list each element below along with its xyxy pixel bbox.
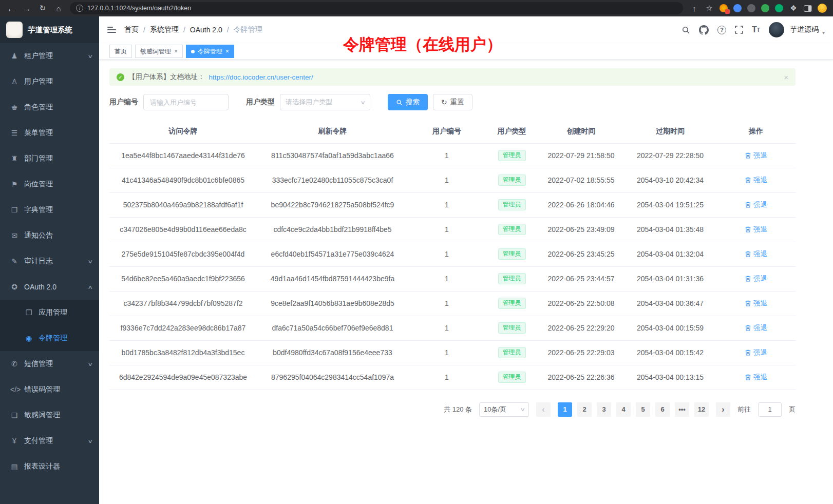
refresh-token-cell: e6cfd40eb1f54571a31e775e039c4624: [257, 242, 408, 266]
action-cell: 强退: [716, 242, 796, 266]
page-size-select[interactable]: 10条/页 ∨: [479, 402, 529, 417]
sidebar-item-user-management[interactable]: ♙用户管理: [0, 69, 99, 94]
address-bar[interactable]: i 127.0.0.1:1024/system/oauth2/token: [70, 2, 683, 14]
breadcrumb-item[interactable]: 系统管理: [150, 25, 179, 34]
tab-close-icon[interactable]: ×: [174, 48, 178, 54]
extensions-puzzle-icon[interactable]: ❖: [789, 4, 798, 13]
sidebar-item-audit-log[interactable]: ✎审计日志∨: [0, 248, 99, 274]
sidebar-item-oauth2-token[interactable]: ◉令牌管理: [0, 325, 99, 351]
page-button-1[interactable]: 1: [558, 402, 572, 417]
user-id-input[interactable]: [143, 94, 229, 110]
action-cell: 强退: [716, 316, 796, 340]
sidebar-item-label: 字典管理: [24, 205, 53, 215]
table-row: c347026e805e4d99b0d116eae66eda8ccdfc4ce9…: [109, 217, 796, 242]
force-logout-button[interactable]: 强退: [745, 200, 767, 209]
force-logout-button[interactable]: 强退: [745, 348, 767, 357]
page-button-2[interactable]: 2: [577, 402, 592, 417]
browser-profile-avatar[interactable]: [818, 4, 827, 13]
force-logout-button[interactable]: 强退: [745, 176, 767, 185]
expire-time-cell: 2054-03-04 00:13:15: [624, 365, 716, 390]
force-logout-button[interactable]: 强退: [745, 373, 767, 382]
alert-doc-link[interactable]: https://doc.iocoder.cn/user-center/: [209, 73, 313, 81]
next-page-button[interactable]: ›: [716, 402, 730, 417]
tab-close-icon[interactable]: ×: [225, 48, 229, 54]
search-icon[interactable]: [681, 26, 690, 34]
expire-time-cell: 2054-03-04 00:15:59: [624, 316, 716, 340]
tab-sensitive-word[interactable]: 敏感词管理×: [135, 45, 183, 58]
force-logout-button[interactable]: 强退: [745, 274, 767, 283]
forward-icon[interactable]: →: [22, 4, 31, 13]
user-type-cell: 管理员: [485, 143, 538, 168]
chevron-down-icon[interactable]: ▾: [822, 30, 825, 37]
extension-icon[interactable]: [733, 4, 742, 12]
sidebar-item-dept-management[interactable]: ♜部门管理: [0, 146, 99, 171]
force-logout-button[interactable]: 强退: [745, 225, 767, 234]
sidebar-item-label: 支付管理: [24, 436, 53, 445]
user-type-select[interactable]: 请选择用户类型 ∨: [280, 94, 370, 110]
logo-image: [6, 22, 23, 38]
app-logo[interactable]: 芋道管理系统: [0, 16, 99, 43]
search-button[interactable]: 搜索: [388, 94, 428, 110]
user-id-cell: 1: [408, 143, 485, 168]
username[interactable]: 芋道源码: [790, 25, 819, 34]
force-logout-label: 强退: [753, 249, 767, 259]
fullscreen-icon[interactable]: [735, 26, 743, 34]
sidebar-item-oauth2-application[interactable]: ❒应用管理: [0, 300, 99, 325]
home-icon[interactable]: ⌂: [54, 4, 63, 13]
page-button-4[interactable]: 4: [616, 402, 631, 417]
force-logout-button[interactable]: 强退: [745, 299, 767, 308]
help-icon[interactable]: ?: [717, 26, 726, 34]
access-token-cell: 54d6be82ee5a460a9aedc1f9bf223656: [109, 266, 257, 291]
back-icon[interactable]: ←: [6, 4, 15, 13]
refresh-token-cell: 49d1aa46d1454fbd87591444423be9fa: [257, 266, 408, 291]
force-logout-label: 强退: [753, 299, 767, 308]
breadcrumb-item[interactable]: OAuth 2.0: [190, 26, 222, 34]
sidebar-item-oauth2[interactable]: ✪OAuth 2.0∧: [0, 274, 99, 300]
extension-icon[interactable]: [775, 4, 783, 12]
access-token-cell: 502375b8040a469a9b82188afdf6af1f: [109, 192, 257, 217]
tab-home[interactable]: 首页: [109, 45, 132, 58]
page-button-12[interactable]: 12: [694, 402, 709, 417]
sidebar-item-sensitive-word-management[interactable]: ❏敏感词管理: [0, 402, 99, 428]
breadcrumb-item[interactable]: 首页: [124, 25, 139, 34]
goto-page-input[interactable]: [758, 402, 782, 417]
page-button-3[interactable]: 3: [597, 402, 611, 417]
alert-close-icon[interactable]: ×: [784, 73, 788, 82]
extension-icon[interactable]: [761, 4, 769, 12]
create-time-cell: 2022-06-25 23:49:09: [538, 217, 624, 242]
prev-page-button[interactable]: ‹: [536, 402, 551, 417]
extension-icon[interactable]: [720, 4, 728, 12]
sidebar-item-sms-management[interactable]: ✆短信管理∨: [0, 351, 99, 377]
side-panel-icon[interactable]: [804, 5, 812, 12]
force-logout-button[interactable]: 强退: [745, 151, 767, 160]
sidebar-menu: ♟租户管理∨♙用户管理♚角色管理☰菜单管理♜部门管理⚑岗位管理❐字典管理✉通知公…: [0, 43, 99, 504]
sidebar-item-dict-management[interactable]: ❐字典管理: [0, 197, 99, 223]
sidebar-item-error-code-management[interactable]: </>错误码管理: [0, 377, 99, 402]
table-row: c342377bf8b344799dcbf7bf095287f29ce8ef2a…: [109, 291, 796, 316]
bookmark-star-icon[interactable]: ☆: [705, 4, 714, 13]
top-header: 首页/系统管理/OAuth 2.0/令牌管理 ? TT 芋道源码 ▾: [99, 16, 833, 43]
sidebar-item-notice-management[interactable]: ✉通知公告: [0, 223, 99, 248]
force-logout-button[interactable]: 强退: [745, 249, 767, 259]
sidebar-item-post-management[interactable]: ⚑岗位管理: [0, 171, 99, 197]
menu-management-icon: ☰: [10, 129, 18, 137]
sidebar-item-label: 报表设计器: [24, 462, 60, 471]
sidebar-item-role-management[interactable]: ♚角色管理: [0, 94, 99, 120]
force-logout-button[interactable]: 强退: [745, 323, 767, 333]
tab-token[interactable]: 令牌管理×: [186, 45, 234, 58]
sidebar-item-report-designer[interactable]: ▤报表设计器: [0, 454, 99, 479]
page-button-6[interactable]: 6: [655, 402, 670, 417]
sidebar-collapse-icon[interactable]: [107, 27, 116, 33]
extension-icon[interactable]: [747, 4, 755, 12]
share-icon[interactable]: ↑: [690, 4, 699, 13]
page-button-5[interactable]: 5: [636, 402, 650, 417]
site-info-icon[interactable]: i: [76, 5, 83, 12]
sidebar-item-payment-management[interactable]: ¥支付管理∨: [0, 428, 99, 454]
font-size-icon[interactable]: TT: [752, 25, 760, 34]
user-avatar[interactable]: [769, 22, 784, 37]
reload-icon[interactable]: ↻: [38, 4, 47, 13]
github-icon[interactable]: [699, 25, 709, 35]
sidebar-item-menu-management[interactable]: ☰菜单管理: [0, 120, 99, 146]
sidebar-item-tenant-management[interactable]: ♟租户管理∨: [0, 43, 99, 69]
reset-button[interactable]: ↻ 重置: [433, 94, 472, 110]
